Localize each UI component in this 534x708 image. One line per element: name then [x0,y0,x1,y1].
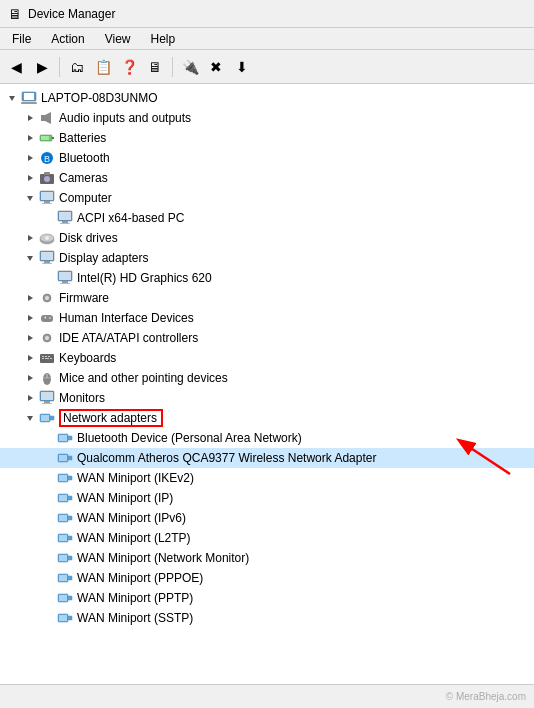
tree-item-wan-sstp[interactable]: WAN Miniport (SSTP) [0,608,534,628]
svg-marker-31 [27,256,33,261]
tree-item-displayadapters[interactable]: Display adapters [0,248,534,268]
prop-btn[interactable]: 🗂 [65,55,89,79]
icon-qualcomm [56,449,74,467]
svg-rect-37 [59,272,71,280]
tree-item-intelhd[interactable]: Intel(R) HD Graphics 620 [0,268,534,288]
expand-btn-wan-sstp[interactable] [40,610,56,626]
expand-btn-computer[interactable] [22,190,38,206]
svg-rect-46 [45,316,46,319]
tree-item-wan-ipv6[interactable]: WAN Miniport (IPv6) [0,508,534,528]
expand-btn-displayadapters[interactable] [22,250,38,266]
expand-btn-hid[interactable] [22,310,38,326]
display-btn[interactable]: 🖥 [143,55,167,79]
label-mice: Mice and other pointing devices [59,371,228,385]
tree-item-networkadapters[interactable]: Network adapters [0,408,534,428]
icon-bluetooth-pan [56,429,74,447]
menu-item-help[interactable]: Help [143,30,184,48]
expand-btn-monitors[interactable] [22,390,38,406]
svg-marker-0 [9,96,15,101]
tree-item-monitors[interactable]: Monitors [0,388,534,408]
tree-item-root[interactable]: LAPTOP-08D3UNMO [0,88,534,108]
expand-btn-ide[interactable] [22,330,38,346]
tree-item-acpi[interactable]: ACPI x64-based PC [0,208,534,228]
svg-rect-2 [24,93,34,100]
menu-item-action[interactable]: Action [43,30,92,48]
svg-marker-18 [27,196,33,201]
svg-rect-76 [59,455,67,461]
icon-computer [38,189,56,207]
tree-item-qualcomm[interactable]: Qualcomm Atheros QCA9377 Wireless Networ… [0,448,534,468]
icon-firmware [38,289,56,307]
remove-btn[interactable]: ✖ [204,55,228,79]
expand-btn-root[interactable] [4,90,20,106]
tree-item-bluetooth-pan[interactable]: Bluetooth Device (Personal Area Network) [0,428,534,448]
icon-wan-ip [56,489,74,507]
icon-wan-ikev2 [56,469,74,487]
forward-btn[interactable]: ▶ [30,55,54,79]
plug-btn[interactable]: 🔌 [178,55,202,79]
tree-item-wan-ikev2[interactable]: WAN Miniport (IKEv2) [0,468,534,488]
expand-btn-wan-ip[interactable] [40,490,56,506]
svg-rect-100 [59,615,67,621]
icon-audio [38,109,56,127]
svg-rect-22 [42,203,52,204]
tree-item-firmware[interactable]: Firmware [0,288,534,308]
expand-btn-wan-ikev2[interactable] [40,470,56,486]
svg-point-42 [45,296,49,300]
tree-item-diskdrives[interactable]: Disk drives [0,228,534,248]
expand-btn-acpi[interactable] [40,210,56,226]
expand-btn-diskdrives[interactable] [22,230,38,246]
expand-btn-intelhd[interactable] [40,270,56,286]
expand-btn-batteries[interactable] [22,130,38,146]
expand-btn-qualcomm[interactable] [40,450,56,466]
tree-item-wan-ip[interactable]: WAN Miniport (IP) [0,488,534,508]
title-bar-icon: 🖥 [8,6,22,22]
expand-btn-bluetooth-pan[interactable] [40,430,56,446]
expand-btn-networkadapters[interactable] [22,410,38,426]
tree-item-wan-pptp[interactable]: WAN Miniport (PPTP) [0,588,534,608]
svg-rect-33 [41,252,53,260]
expand-btn-wan-l2tp[interactable] [40,530,56,546]
label-wan-sstp: WAN Miniport (SSTP) [77,611,193,625]
icon-ide [38,329,56,347]
tree-item-wan-nm[interactable]: WAN Miniport (Network Monitor) [0,548,534,568]
tree-item-hid[interactable]: Human Interface Devices [0,308,534,328]
menu-item-file[interactable]: File [4,30,39,48]
svg-rect-79 [59,475,67,481]
back-btn[interactable]: ◀ [4,55,28,79]
tree-item-batteries[interactable]: Batteries [0,128,534,148]
update-btn[interactable]: ⬇ [230,55,254,79]
tree-item-computer[interactable]: Computer [0,188,534,208]
expand-btn-mice[interactable] [22,370,38,386]
expand-btn-keyboards[interactable] [22,350,38,366]
tree-item-cameras[interactable]: Cameras [0,168,534,188]
svg-text:B: B [44,154,50,164]
tree-item-mice[interactable]: Mice and other pointing devices [0,368,534,388]
expand-btn-bluetooth[interactable] [22,150,38,166]
expand-btn-wan-nm[interactable] [40,550,56,566]
svg-marker-27 [28,235,33,241]
menu-item-view[interactable]: View [97,30,139,48]
svg-rect-67 [42,403,52,404]
tree-item-bluetooth[interactable]: BBluetooth [0,148,534,168]
svg-rect-95 [68,576,72,580]
expand-btn-cameras[interactable] [22,170,38,186]
tree-area[interactable]: LAPTOP-08D3UNMOAudio inputs and outputsB… [0,84,534,684]
help-btn[interactable]: ❓ [117,55,141,79]
svg-rect-89 [68,536,72,540]
tree-item-audio[interactable]: Audio inputs and outputs [0,108,534,128]
expand-btn-audio[interactable] [22,110,38,126]
svg-marker-14 [28,175,33,181]
list-btn[interactable]: 📋 [91,55,115,79]
icon-root [20,89,38,107]
expand-btn-wan-pppoe[interactable] [40,570,56,586]
label-qualcomm: Qualcomm Atheros QCA9377 Wireless Networ… [77,451,376,465]
tree-item-keyboards[interactable]: Keyboards [0,348,534,368]
expand-btn-firmware[interactable] [22,290,38,306]
tree-item-wan-pppoe[interactable]: WAN Miniport (PPPOE) [0,568,534,588]
tree-item-wan-l2tp[interactable]: WAN Miniport (L2TP) [0,528,534,548]
tree-item-ide[interactable]: IDE ATA/ATAPI controllers [0,328,534,348]
expand-btn-wan-ipv6[interactable] [40,510,56,526]
icon-monitors [38,389,56,407]
expand-btn-wan-pptp[interactable] [40,590,56,606]
